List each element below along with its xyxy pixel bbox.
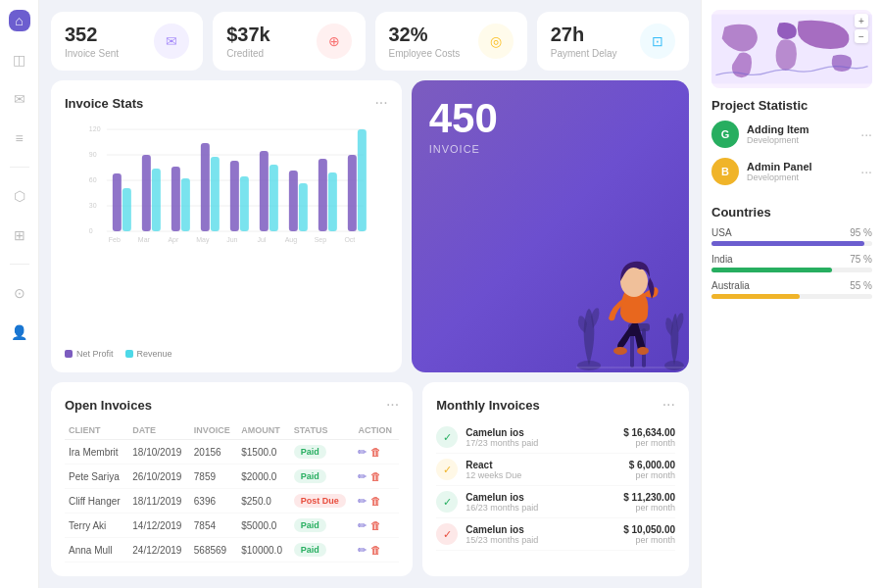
cell-status: Paid <box>290 538 355 563</box>
sidebar-item-grid[interactable]: ⊞ <box>9 224 30 246</box>
project-more-icon[interactable]: ··· <box>860 126 872 142</box>
per-month-label: per month <box>623 438 675 448</box>
edit-icon[interactable]: ✏ <box>358 446 367 459</box>
stat-value-payment: 27h <box>551 24 617 46</box>
svg-text:Jun: Jun <box>226 236 237 243</box>
edit-icon[interactable]: ✏ <box>358 470 367 483</box>
stats-row: 352 Invoice Sent ✉ $37k Credited ⊕ 32% E… <box>51 12 689 71</box>
progress-fill <box>711 294 800 299</box>
cell-amount: $5000.0 <box>237 514 290 538</box>
monthly-name: Camelun ios <box>466 524 615 535</box>
delete-icon[interactable]: 🗑 <box>370 495 381 508</box>
open-invoices-more[interactable]: ··· <box>386 396 399 414</box>
svg-rect-16 <box>201 143 210 231</box>
svg-text:60: 60 <box>89 176 97 183</box>
monthly-amount: $ 10,050.00 per month <box>623 524 675 545</box>
cell-invoice: 568569 <box>190 538 237 563</box>
project-item: G Adding Item Development ··· <box>711 121 872 148</box>
svg-rect-19 <box>240 176 249 231</box>
stat-label-employee: Employee Costs <box>389 48 461 59</box>
country-item: Australia 55 % <box>711 280 872 299</box>
cell-amount: $250.0 <box>237 489 290 514</box>
countries-list: USA 95 % India 75 % Australia 55 % <box>711 227 872 299</box>
svg-rect-25 <box>328 172 337 231</box>
invoice-stats-more[interactable]: ··· <box>374 94 387 112</box>
country-header: USA 95 % <box>711 227 872 238</box>
cell-action[interactable]: ✏🗑 <box>354 440 399 465</box>
svg-rect-22 <box>289 171 298 231</box>
svg-text:Mar: Mar <box>138 236 151 243</box>
cell-amount: $10000.0 <box>237 538 290 563</box>
svg-text:Apr: Apr <box>168 236 179 244</box>
cell-amount: $2000.0 <box>237 465 290 489</box>
edit-icon[interactable]: ✏ <box>358 544 367 557</box>
cell-action[interactable]: ✏🗑 <box>354 514 399 538</box>
cell-action[interactable]: ✏🗑 <box>354 489 399 514</box>
table-row: Ira Membrit 18/10/2019 20156 $1500.0 Pai… <box>65 440 399 465</box>
edit-icon[interactable]: ✏ <box>358 519 367 532</box>
credit-icon: ⊕ <box>328 33 340 49</box>
list-item: ✓ Camelun ios 17/23 months paid $ 16,634… <box>436 421 675 454</box>
svg-rect-10 <box>113 173 122 231</box>
zoom-in-button[interactable]: + <box>855 14 868 27</box>
sidebar-item-menu[interactable]: ≡ <box>9 127 30 149</box>
zoom-out-button[interactable]: − <box>855 29 868 43</box>
country-header: Australia 55 % <box>711 280 872 291</box>
monthly-name: Camelun ios <box>466 427 615 438</box>
cell-status: Paid <box>290 440 355 465</box>
stat-value-invoice: 352 <box>65 24 119 46</box>
monthly-sub: 17/23 months paid <box>466 438 615 448</box>
svg-rect-11 <box>122 188 131 231</box>
cell-action[interactable]: ✏🗑 <box>354 538 399 563</box>
monthly-amount: $ 6,000.00 per month <box>629 460 675 480</box>
svg-text:Aug: Aug <box>285 236 298 244</box>
map-zoom-controls: + − <box>855 14 868 43</box>
sidebar-item-settings[interactable]: ⊙ <box>9 282 30 304</box>
svg-text:Feb: Feb <box>109 236 121 243</box>
table-row: Anna Mull 24/12/2019 568569 $10000.0 Pai… <box>65 538 399 563</box>
cell-invoice: 7859 <box>190 465 237 489</box>
sidebar-item-chart[interactable]: ⬡ <box>9 185 30 207</box>
delete-icon[interactable]: 🗑 <box>370 544 381 557</box>
col-action: ACTION <box>354 421 399 440</box>
edit-icon[interactable]: ✏ <box>358 495 367 508</box>
monthly-check-icon: ✓ <box>436 426 458 448</box>
delete-icon[interactable]: 🗑 <box>370 446 381 459</box>
country-pct: 95 % <box>850 227 872 238</box>
stat-icon-employee: ◎ <box>478 24 514 59</box>
cell-action[interactable]: ✏🗑 <box>354 465 399 489</box>
svg-rect-18 <box>230 161 239 231</box>
monthly-amount: $ 16,634.00 per month <box>623 427 675 448</box>
stat-icon-invoice: ✉ <box>154 24 189 59</box>
svg-text:Jul: Jul <box>257 236 266 243</box>
progress-bar <box>711 294 872 299</box>
sidebar-item-mail[interactable]: ✉ <box>9 88 30 110</box>
delete-icon[interactable]: 🗑 <box>370 519 381 532</box>
list-item: ✓ Camelun ios 16/23 months paid $ 11,230… <box>436 486 675 518</box>
cell-date: 18/11/2019 <box>128 489 190 514</box>
chart-area: 120 90 60 30 0 <box>65 120 388 345</box>
countries-section: Countries USA 95 % India 75 % Australia … <box>711 205 872 307</box>
svg-text:90: 90 <box>89 151 97 158</box>
cell-client: Cliff Hanger <box>65 489 128 514</box>
sidebar-item-analytics[interactable]: ◫ <box>9 49 30 71</box>
project-sub: Development <box>747 172 860 182</box>
sidebar-item-user[interactable]: 👤 <box>9 321 30 343</box>
monthly-invoices-header: Monthly Invoices ··· <box>436 396 675 414</box>
monthly-check-icon: ✓ <box>436 491 458 513</box>
sidebar-item-home[interactable]: ⌂ <box>9 10 30 31</box>
cell-date: 24/12/2019 <box>128 538 190 563</box>
project-more-icon[interactable]: ··· <box>860 164 872 179</box>
stat-value-employee: 32% <box>389 24 461 46</box>
status-badge: Post Due <box>294 494 346 508</box>
delete-icon[interactable]: 🗑 <box>370 470 381 483</box>
invoices-table: CLIENT DATE INVOICE AMOUNT STATUS ACTION… <box>65 421 399 563</box>
status-badge: Paid <box>294 543 326 557</box>
promo-card: 450 Invoice <box>412 80 689 372</box>
svg-rect-20 <box>260 151 269 231</box>
status-badge: Paid <box>294 469 326 483</box>
monthly-invoices-more[interactable]: ··· <box>662 396 675 414</box>
svg-rect-13 <box>152 169 161 231</box>
stat-label-credited: Credited <box>226 48 270 59</box>
cell-date: 18/10/2019 <box>128 440 190 465</box>
